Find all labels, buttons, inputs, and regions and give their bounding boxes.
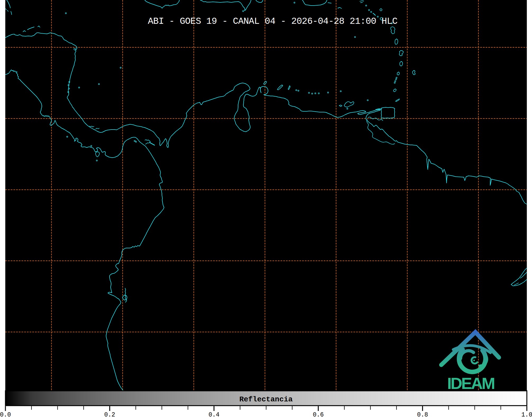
svg-text:ABI - GOES 19 - CANAL 04 - 202: ABI - GOES 19 - CANAL 04 - 2026-04-28 21… — [148, 16, 398, 26]
svg-text:0.6: 0.6 — [313, 411, 324, 417]
svg-text:0.2: 0.2 — [104, 411, 115, 417]
svg-text:Reflectancia: Reflectancia — [239, 395, 293, 404]
svg-text:0.8: 0.8 — [417, 411, 428, 417]
svg-text:0.0: 0.0 — [0, 411, 11, 417]
svg-text:0.4: 0.4 — [208, 411, 219, 417]
svg-text:1.0: 1.0 — [521, 411, 532, 417]
svg-text:IDEAM: IDEAM — [447, 374, 494, 392]
